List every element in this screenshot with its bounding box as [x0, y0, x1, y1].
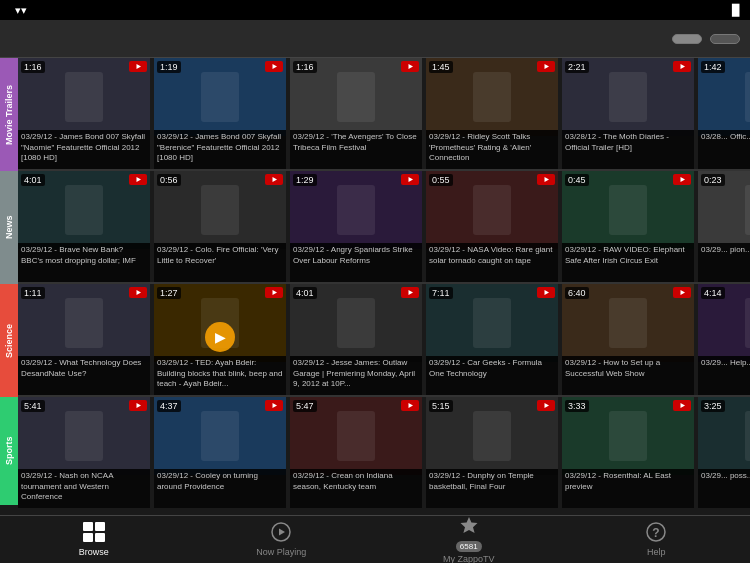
- video-row-3: 5:4103/29/12 - Nash on NCAA tournament a…: [18, 397, 750, 510]
- video-thumbnail[interactable]: 0:5603/29/12 - Colo. Fire Official: 'Ver…: [154, 171, 286, 282]
- tab-badge-my-zappo: 6581: [456, 541, 482, 552]
- source-button[interactable]: [672, 34, 702, 44]
- youtube-badge: [537, 400, 555, 411]
- video-thumbnail[interactable]: 4:3703/29/12 - Cooley on turning around …: [154, 397, 286, 508]
- video-duration: 1:29: [293, 174, 317, 186]
- video-info: 03/29/12 - Colo. Fire Official: 'Very Li…: [154, 243, 286, 282]
- video-thumbnail[interactable]: 7:1103/29/12 - Car Geeks - Formula One T…: [426, 284, 558, 395]
- youtube-badge: [401, 61, 419, 72]
- tab-label-my-zappo: My ZappoTV: [443, 554, 495, 563]
- video-info: 03/29/12 - Nash on NCAA tournament and W…: [18, 469, 150, 508]
- tab-label-help: Help: [647, 547, 666, 557]
- video-duration: 0:56: [157, 174, 181, 186]
- video-thumbnail[interactable]: 5:1503/29/12 - Dunphy on Temple basketba…: [426, 397, 558, 508]
- video-thumbnail[interactable]: 0:2303/29... pion... 29/0...: [698, 171, 750, 282]
- youtube-badge: [265, 61, 283, 72]
- video-thumbnail[interactable]: 1:2903/29/12 - Angry Spaniards Strike Ov…: [290, 171, 422, 282]
- video-duration: 2:21: [565, 61, 589, 73]
- video-thumbnail[interactable]: 4:1403/29... Help...: [698, 284, 750, 395]
- status-left: ▾▾: [10, 4, 27, 17]
- video-duration: 0:45: [565, 174, 589, 186]
- youtube-badge: [537, 61, 555, 72]
- video-duration: 3:25: [701, 400, 725, 412]
- video-info: 03/29/12 - Car Geeks - Formula One Techn…: [426, 356, 558, 395]
- youtube-badge: [537, 287, 555, 298]
- video-info: 03/29/12 - Crean on Indiana season, Kent…: [290, 469, 422, 508]
- svg-rect-48: [83, 522, 93, 531]
- youtube-badge: [265, 400, 283, 411]
- video-duration: 4:01: [21, 174, 45, 186]
- video-row-0: 1:1603/29/12 - James Bond 007 Skyfall "N…: [18, 58, 750, 171]
- svg-rect-51: [95, 533, 105, 542]
- video-thumbnail[interactable]: 0:4503/29/12 - RAW VIDEO: Elephant Safe …: [562, 171, 694, 282]
- video-info: 03/29/12 - Cooley on turning around Prov…: [154, 469, 286, 508]
- video-thumbnail[interactable]: 4:0103/29/12 - Jesse James: Outlaw Garag…: [290, 284, 422, 395]
- status-right: ▉: [727, 4, 740, 17]
- youtube-badge: [401, 287, 419, 298]
- youtube-badge: [129, 61, 147, 72]
- category-labels: Movie Trailers News Science Sports: [0, 58, 18, 515]
- video-info: 03/28/12 - The Moth Diaries - Official T…: [562, 130, 694, 169]
- video-row-2: 1:1103/29/12 - What Technology Does Desa…: [18, 284, 750, 397]
- youtube-badge: [401, 174, 419, 185]
- video-thumbnail[interactable]: 1:27▶03/29/12 - TED: Ayah Bdeir: Buildin…: [154, 284, 286, 395]
- youtube-badge: [129, 287, 147, 298]
- topic-button[interactable]: [710, 34, 740, 44]
- video-duration: 1:42: [701, 61, 725, 73]
- tab-icon-help: ?: [646, 522, 666, 545]
- youtube-badge: [673, 287, 691, 298]
- video-duration: 4:37: [157, 400, 181, 412]
- video-duration: 0:55: [429, 174, 453, 186]
- video-thumbnail[interactable]: 1:1603/29/12 - 'The Avengers' To Close T…: [290, 58, 422, 169]
- main-content: Movie Trailers News Science Sports 1:160…: [0, 58, 750, 515]
- video-thumbnail[interactable]: 1:4503/29/12 - Ridley Scott Talks 'Prome…: [426, 58, 558, 169]
- video-info: 03/29/12 - RAW VIDEO: Elephant Safe Afte…: [562, 243, 694, 282]
- video-info: 03/29/12 - James Bond 007 Skyfall "Beren…: [154, 130, 286, 169]
- video-duration: 0:23: [701, 174, 725, 186]
- video-info: 03/29/12 - Angry Spaniards Strike Over L…: [290, 243, 422, 282]
- video-thumbnail[interactable]: 2:2103/28/12 - The Moth Diaries - Offici…: [562, 58, 694, 169]
- video-thumbnail[interactable]: 3:2503/29... poss...: [698, 397, 750, 508]
- video-duration: 1:45: [429, 61, 453, 73]
- video-thumbnail[interactable]: 1:4203/28... Offic...: [698, 58, 750, 169]
- video-info: 03/28... Offic...: [698, 130, 750, 169]
- video-thumbnail[interactable]: 1:1903/29/12 - James Bond 007 Skyfall "B…: [154, 58, 286, 169]
- tab-my-zappo[interactable]: 6581My ZappoTV: [375, 515, 563, 563]
- video-thumbnail[interactable]: 0:5503/29/12 - NASA Video: Rare giant so…: [426, 171, 558, 282]
- video-thumbnail[interactable]: 4:0103/29/12 - Brave New Bank? BBC's mos…: [18, 171, 150, 282]
- video-thumbnail[interactable]: 1:1103/29/12 - What Technology Does Desa…: [18, 284, 150, 395]
- youtube-badge: [673, 174, 691, 185]
- tab-now-playing[interactable]: Now Playing: [188, 522, 376, 557]
- video-info: 03/29/12 - How to Set up a Successful We…: [562, 356, 694, 395]
- video-thumbnail[interactable]: 6:4003/29/12 - How to Set up a Successfu…: [562, 284, 694, 395]
- youtube-badge: [129, 400, 147, 411]
- video-thumbnail[interactable]: 1:1603/29/12 - James Bond 007 Skyfall "N…: [18, 58, 150, 169]
- video-duration: 1:16: [293, 61, 317, 73]
- tab-browse[interactable]: Browse: [0, 522, 188, 557]
- video-info: 03/29/12 - James Bond 007 Skyfall "Naomi…: [18, 130, 150, 169]
- play-overlay: ▶: [205, 322, 235, 352]
- svg-marker-53: [279, 529, 285, 536]
- video-duration: 5:15: [429, 400, 453, 412]
- tab-help[interactable]: ?Help: [563, 522, 751, 557]
- video-thumbnail[interactable]: 5:4703/29/12 - Crean on Indiana season, …: [290, 397, 422, 508]
- video-thumbnail[interactable]: 5:4103/29/12 - Nash on NCAA tournament a…: [18, 397, 150, 508]
- video-info: 03/29/12 - Dunphy on Temple basketball, …: [426, 469, 558, 508]
- video-info: 03/29... pion... 29/0...: [698, 243, 750, 282]
- video-info: 03/29/12 - What Technology Does DesandNa…: [18, 356, 150, 395]
- video-duration: 5:41: [21, 400, 45, 412]
- tab-label-now-playing: Now Playing: [256, 547, 306, 557]
- wifi-icon: ▾▾: [15, 4, 27, 17]
- youtube-badge: [673, 400, 691, 411]
- svg-rect-50: [83, 533, 93, 542]
- status-bar: ▾▾ ▉: [0, 0, 750, 20]
- svg-text:?: ?: [653, 526, 660, 540]
- video-thumbnail[interactable]: 3:3303/29/12 - Rosenthal: AL East previe…: [562, 397, 694, 508]
- youtube-badge: [401, 400, 419, 411]
- top-nav: [0, 20, 750, 58]
- category-movie-trailers: Movie Trailers: [0, 58, 18, 171]
- youtube-badge: [265, 287, 283, 298]
- video-info: 03/29... poss...: [698, 469, 750, 508]
- tab-icon-my-zappo: [459, 515, 479, 538]
- video-duration: 1:27: [157, 287, 181, 299]
